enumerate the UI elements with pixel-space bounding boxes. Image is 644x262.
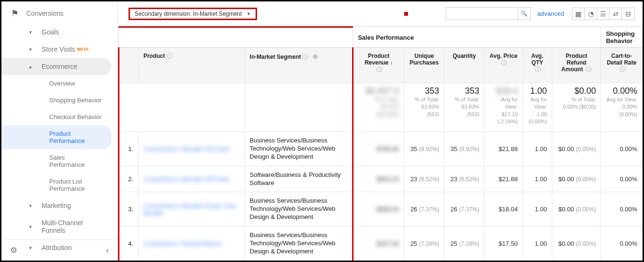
unique-cell: 26(7.37%) <box>404 192 444 227</box>
caret-icon: ▾ <box>29 203 32 209</box>
nav-goals[interactable]: ▾ Goals <box>1 23 118 41</box>
qty-cell: 25(7.08%) <box>444 227 484 261</box>
row-index: 3. <box>119 192 139 227</box>
search-button[interactable] <box>518 8 530 20</box>
refund-cell: $0.00(0.00%) <box>552 132 601 166</box>
pie-view-icon[interactable]: ◔ <box>585 8 597 20</box>
view-switcher: ▦ ◔ ☰ ⇄ ⊟ <box>572 8 635 20</box>
unique-cell: 25(7.08%) <box>404 227 444 261</box>
revenue-cell: $469.04 <box>353 192 404 227</box>
table-row: 3.Customizers Ultimate Power User Bundle… <box>119 192 643 227</box>
admin-bar <box>1 240 118 261</box>
search-input[interactable] <box>446 8 518 20</box>
caret-up-icon: ▴ <box>29 64 32 70</box>
toolbar: Secondary dimension: In-Market Segment ▼… <box>118 1 643 26</box>
search-box <box>446 7 531 20</box>
data-table-wrap: Sales Performance Shopping Behavior Prod… <box>118 26 643 261</box>
remove-dimension-icon[interactable]: ⊗ <box>312 53 318 60</box>
nav-ecommerce[interactable]: ▴ Ecommerce <box>1 58 111 75</box>
col-avgprice[interactable]: Avg. Price? <box>484 48 523 83</box>
avgqty-cell: 1.00 <box>523 192 552 227</box>
nav-marketing[interactable]: ▾ Marketing <box>1 197 118 214</box>
table-row: 1.Customizers Ultimate Gift PackBusiness… <box>119 132 643 166</box>
avgprice-cell: $18.04 <box>484 192 523 227</box>
nav-multi-channel-funnels[interactable]: ▾ Multi-Channel Funnels <box>1 214 118 239</box>
data-table: Sales Performance Shopping Behavior Prod… <box>118 26 643 261</box>
product-cell[interactable]: Customizers Ultimate Gift Pack <box>139 166 245 192</box>
subnav-overview[interactable]: Overview <box>1 75 118 92</box>
advanced-link[interactable]: advanced <box>537 10 564 17</box>
app-frame: Conversions ▾ Goals ▾ Store Visits BETA … <box>0 0 644 262</box>
subnav-product-performance[interactable]: Product Performance <box>1 125 111 149</box>
cart-cell: 0.00% <box>601 192 643 227</box>
col-refund[interactable]: Product Refund Amount ? <box>552 48 601 83</box>
col-cart[interactable]: Cart-to-Detail Rate ? <box>601 48 643 83</box>
secondary-dimension-selector[interactable]: Secondary dimension: In-Market Segment ▼ <box>129 8 257 20</box>
nav-conversions-label: Conversions <box>26 10 64 17</box>
subnav-product-list-performance[interactable]: Product List Performance <box>1 173 118 197</box>
pivot-view-icon[interactable]: ⊟ <box>622 8 634 20</box>
col-avgqty[interactable]: Avg. QTY? <box>523 48 552 83</box>
avgprice-cell: $21.88 <box>484 132 523 166</box>
caret-icon: ▾ <box>29 224 32 230</box>
nav-goals-label: Goals <box>42 28 59 36</box>
col-product[interactable]: Product? <box>139 48 245 83</box>
caret-down-icon: ▼ <box>247 11 251 16</box>
refund-cell: $0.00(0.00%) <box>552 166 601 192</box>
unique-cell: 35(9.92%) <box>404 132 444 166</box>
refund-cell: $0.00(0.00%) <box>552 192 601 227</box>
header-sales-performance: Sales Performance <box>353 27 601 48</box>
refund-cell: $0.00(0.00%) <box>552 227 601 261</box>
product-cell[interactable]: Customizers Ultimate Power User Bundle <box>139 192 245 227</box>
revenue-cell: $437.50 <box>353 227 404 261</box>
segment-cell: Business Services/Business Technology/We… <box>245 132 353 166</box>
summary-row: $6,497.9% of Total: 48.12% ($13,501) 353… <box>119 83 643 132</box>
subnav-sales-performance[interactable]: Sales Performance <box>1 149 118 173</box>
segment-cell: Business Services/Business Technology/We… <box>245 227 353 261</box>
col-qty[interactable]: Quantity <box>444 48 484 83</box>
avgqty-cell: 1.00 <box>523 227 552 261</box>
nav-ecommerce-label: Ecommerce <box>42 63 77 70</box>
nav-store-visits-label: Store Visits <box>42 45 75 53</box>
revenue-cell: $503.24 <box>353 166 404 192</box>
table-row: 4.Customizers Tracked BasicsBusiness Ser… <box>119 227 643 261</box>
table-row: 2.Customizers Ultimate Gift PackSoftware… <box>119 166 643 192</box>
bar-view-icon[interactable]: ☰ <box>597 8 610 20</box>
col-segment[interactable]: In-Market Segment? ⊗ <box>245 48 353 83</box>
nav-conversions[interactable]: Conversions <box>1 3 118 23</box>
comparison-view-icon[interactable]: ⇄ <box>610 8 622 20</box>
table-view-icon[interactable]: ▦ <box>572 8 585 20</box>
avgqty-cell: 1.00 <box>523 132 552 166</box>
nav-mcf-label: Multi-Channel Funnels <box>42 219 104 234</box>
caret-icon: ▾ <box>29 29 32 35</box>
main-content: Secondary dimension: In-Market Segment ▼… <box>118 1 643 261</box>
caret-icon: ▾ <box>29 46 32 53</box>
sort-desc-icon <box>388 59 393 66</box>
cart-cell: 0.00% <box>601 132 643 166</box>
product-cell[interactable]: Customizers Tracked Basics <box>139 227 245 261</box>
flag-icon <box>11 8 26 19</box>
qty-cell: 23(6.52%) <box>444 166 484 192</box>
qty-cell: 26(7.37%) <box>444 192 484 227</box>
subnav-shopping-behavior[interactable]: Shopping Behavior <box>1 92 118 109</box>
subnav-checkout-behavior[interactable]: Checkout Behavior <box>1 109 118 125</box>
nav-store-visits[interactable]: ▾ Store Visits BETA <box>1 41 118 58</box>
cart-cell: 0.00% <box>601 166 643 192</box>
col-revenue[interactable]: Product Revenue? <box>353 48 404 83</box>
red-marker <box>404 12 408 16</box>
collapse-sidebar-icon[interactable] <box>106 245 109 255</box>
segment-cell: Software/Business & Productivity Softwar… <box>245 166 353 192</box>
cart-cell: 0.00% <box>601 227 643 261</box>
gear-icon[interactable] <box>10 245 17 255</box>
avgprice-cell: $17.50 <box>484 227 523 261</box>
col-unique[interactable]: Unique Purchases <box>404 48 444 83</box>
avgqty-cell: 1.00 <box>523 166 552 192</box>
avgprice-cell: $21.88 <box>484 166 523 192</box>
qty-cell: 35(9.92%) <box>444 132 484 166</box>
nav-marketing-label: Marketing <box>42 202 71 209</box>
segment-cell: Business Services/Business Technology/We… <box>245 192 353 227</box>
sidebar: Conversions ▾ Goals ▾ Store Visits BETA … <box>1 1 118 261</box>
product-cell[interactable]: Customizers Ultimate Gift Pack <box>139 132 245 166</box>
row-index: 2. <box>119 166 139 192</box>
revenue-cell: $765.80 <box>353 132 404 166</box>
